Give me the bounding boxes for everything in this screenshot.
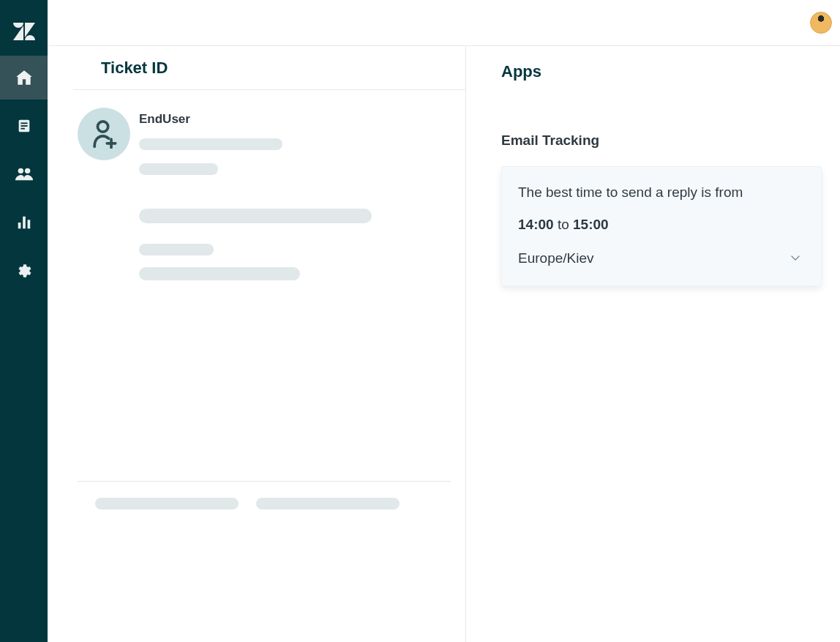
app-name: Email Tracking: [501, 132, 822, 149]
ticket-title: Ticket ID: [101, 59, 168, 78]
time-from: 14:00: [518, 217, 554, 232]
best-time-intro: The best time to send a reply is from: [518, 182, 805, 204]
best-time-range: 14:00 to 15:00: [518, 217, 805, 233]
nav-admin[interactable]: [0, 249, 48, 293]
ticket-header: Ticket ID: [73, 46, 465, 90]
skeleton-line: [139, 209, 372, 223]
svg-rect-6: [18, 223, 20, 228]
svg-rect-7: [23, 217, 26, 229]
skeleton-line: [139, 267, 300, 280]
timezone-value: Europe/Kiev: [518, 250, 594, 266]
gear-icon: [15, 262, 33, 280]
svg-point-4: [18, 168, 23, 173]
skeleton-line: [95, 498, 239, 510]
requester-avatar[interactable]: [78, 108, 130, 160]
svg-rect-1: [20, 122, 27, 124]
nav-reporting[interactable]: [0, 201, 48, 245]
time-separator: to: [558, 217, 569, 232]
skeleton-line: [139, 244, 214, 255]
requester-row: EndUser: [78, 108, 451, 175]
list-icon: [16, 118, 32, 134]
people-icon: [15, 166, 34, 182]
main-area: Ticket ID EndUser: [48, 0, 840, 642]
ticket-column: Ticket ID EndUser: [48, 46, 466, 642]
svg-point-5: [24, 168, 29, 173]
topbar: [48, 0, 840, 46]
brand-logo: [0, 13, 48, 50]
apps-column: Apps Email Tracking The best time to sen…: [466, 46, 840, 642]
skeleton-line: [256, 498, 400, 510]
ticket-content-placeholder: [139, 209, 451, 280]
person-add-icon: [91, 119, 117, 149]
svg-rect-3: [20, 128, 25, 130]
requester-meta: EndUser: [139, 108, 282, 175]
content-row: Ticket ID EndUser: [48, 46, 840, 642]
time-to: 15:00: [573, 217, 609, 232]
nav-views[interactable]: [0, 104, 48, 148]
skeleton-line: [139, 138, 282, 150]
user-avatar[interactable]: [810, 12, 832, 34]
requester-name: EndUser: [139, 112, 282, 127]
timezone-select[interactable]: Europe/Kiev: [518, 250, 805, 266]
nav-home[interactable]: [0, 56, 48, 100]
svg-rect-8: [27, 220, 30, 228]
bar-chart-icon: [16, 214, 32, 231]
skeleton-line: [139, 163, 218, 175]
ticket-footer: [78, 481, 451, 525]
sidebar-nav: [0, 0, 48, 642]
nav-customers[interactable]: [0, 152, 48, 196]
svg-rect-2: [20, 125, 27, 127]
chevron-down-icon: [790, 253, 800, 264]
zendesk-logo-icon: [13, 23, 35, 40]
home-icon: [15, 68, 34, 87]
ticket-body: EndUser: [73, 90, 465, 642]
email-tracking-card: The best time to send a reply is from 14…: [501, 166, 822, 286]
apps-panel-title: Apps: [501, 62, 822, 81]
svg-point-9: [97, 122, 108, 132]
